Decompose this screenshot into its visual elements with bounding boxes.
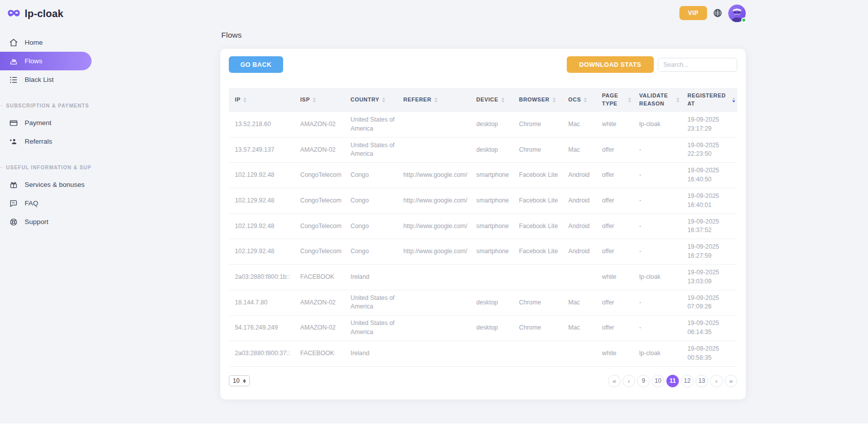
sidebar-item-services[interactable]: Services & bonuses xyxy=(0,175,92,194)
cell-country: United States of America xyxy=(344,138,397,163)
cell-referer: http://www.google.com/ xyxy=(397,167,470,183)
black-list-icon xyxy=(9,75,18,84)
cell-browser: Chrome xyxy=(513,295,562,311)
cell-ip: 2a03:2880:f800:1b:: xyxy=(229,269,294,285)
search-input[interactable] xyxy=(658,58,737,72)
cell-isp: CongoTelecom xyxy=(294,193,344,209)
next-page-button[interactable]: › xyxy=(710,375,723,387)
page-button-11[interactable]: 11 xyxy=(666,375,679,387)
download-stats-button[interactable]: DOWNLOAD STATS xyxy=(567,56,654,73)
cell-registered_at: 19-09-2025 16:37:52 xyxy=(681,214,737,239)
cell-referer: http://www.google.com/ xyxy=(397,244,470,260)
sort-icon xyxy=(313,97,316,102)
cell-ocs: Android xyxy=(562,244,596,260)
column-header-country[interactable]: COUNTRY xyxy=(344,93,397,107)
cell-isp: CongoTelecom xyxy=(294,219,344,235)
cell-registered_at: 19-09-2025 06:14:35 xyxy=(681,315,737,341)
table-row: 102.129.92.48CongoTelecomCongohttp://www… xyxy=(229,214,737,240)
cell-ocs: Android xyxy=(562,219,596,235)
sidebar-item-home[interactable]: Home xyxy=(0,33,92,52)
cell-validate_reason: lp-cloak xyxy=(633,346,681,362)
cell-ip: 102.129.92.48 xyxy=(229,244,294,260)
column-header-ocs[interactable]: OCS xyxy=(562,93,596,107)
home-icon xyxy=(9,38,18,47)
cell-isp: AMAZON-02 xyxy=(294,117,344,133)
column-label: PAGE TYPE xyxy=(602,92,625,108)
column-header-referer[interactable]: REFERER xyxy=(397,93,470,107)
column-header-browser[interactable]: BROWSER xyxy=(513,93,562,107)
page-button-13[interactable]: 13 xyxy=(696,375,708,387)
column-label: BROWSER xyxy=(519,96,550,104)
globe-language-icon[interactable] xyxy=(713,8,723,18)
referrals-person-icon xyxy=(9,137,18,146)
cell-browser: Facebook Lite xyxy=(513,244,562,260)
card-toolbar: GO BACK DOWNLOAD STATS xyxy=(220,49,746,73)
sidebar-item-label: Support xyxy=(25,218,48,226)
cell-isp: AMAZON-02 xyxy=(294,142,344,158)
cell-validate_reason: - xyxy=(633,244,681,260)
go-back-button[interactable]: GO BACK xyxy=(229,56,283,73)
cell-page_type: offer xyxy=(596,219,633,235)
sidebar-item-black-list[interactable]: Black List xyxy=(0,70,92,89)
sidebar-item-faq[interactable]: ?! FAQ xyxy=(0,194,92,212)
cell-country: United States of America xyxy=(344,315,397,341)
column-header-device[interactable]: DEVICE xyxy=(470,93,513,107)
cell-registered_at: 19-09-2025 07:09:26 xyxy=(681,290,737,315)
column-label: ISP xyxy=(300,96,310,104)
page-button-10[interactable]: 10 xyxy=(652,375,664,387)
sidebar-item-label: Services & bonuses xyxy=(25,181,84,188)
cell-country: Congo xyxy=(344,244,397,260)
sort-icon xyxy=(553,97,556,102)
cell-referer: http://www.google.com/ xyxy=(397,219,470,235)
page-button-12[interactable]: 12 xyxy=(681,375,693,387)
cell-ip: 13.57.249.137 xyxy=(229,142,294,158)
cell-page_type: offer xyxy=(596,167,633,183)
cell-device: desktop xyxy=(470,320,513,336)
table-header-row: IPISPCOUNTRYREFERERDEVICEBROWSEROCSPAGE … xyxy=(229,88,737,112)
user-avatar[interactable] xyxy=(728,5,746,22)
sort-icon xyxy=(628,97,631,102)
column-header-registered_at[interactable]: REGISTERED AT xyxy=(681,89,737,111)
online-status-dot xyxy=(741,18,746,23)
cell-validate_reason: - xyxy=(633,193,681,209)
prev-page-button[interactable]: ‹ xyxy=(623,375,635,387)
cell-registered_at: 19-09-2025 13:03:09 xyxy=(681,265,737,290)
column-header-validate_reason[interactable]: VALIDATE REASON xyxy=(633,89,681,111)
page-button-9[interactable]: 9 xyxy=(637,375,650,387)
table-row: 102.129.92.48CongoTelecomCongohttp://www… xyxy=(229,188,737,214)
last-page-button[interactable]: » xyxy=(725,375,737,387)
sidebar-section-title: SUBSCRIPTION & PAYMENTS xyxy=(0,103,92,109)
card-footer: 10 «‹910111213›» xyxy=(229,375,737,387)
vip-button[interactable]: VIP xyxy=(679,6,707,20)
column-header-page_type[interactable]: PAGE TYPE xyxy=(596,89,633,111)
cell-ocs xyxy=(562,350,596,357)
cell-registered_at: 19-09-2025 16:40:50 xyxy=(681,163,737,188)
per-page-select[interactable]: 10 xyxy=(229,375,250,386)
sidebar-item-support[interactable]: Support xyxy=(0,212,92,231)
table-row: 102.129.92.48CongoTelecomCongohttp://www… xyxy=(229,239,737,265)
first-page-button[interactable]: « xyxy=(608,375,621,387)
cell-page_type: white xyxy=(596,117,633,133)
sidebar-item-label: Flows xyxy=(25,57,42,65)
table-row: 2a03:2880:f800:37::FACEBOOKIrelandwhitel… xyxy=(229,341,737,367)
sidebar-item-referrals[interactable]: Referrals xyxy=(0,132,92,151)
cell-isp: AMAZON-02 xyxy=(294,320,344,336)
column-header-isp[interactable]: ISP xyxy=(294,93,344,107)
cell-ip: 2a03:2880:f800:37:: xyxy=(229,346,294,362)
sidebar-item-payment[interactable]: Payment xyxy=(0,114,92,132)
cell-browser: Facebook Lite xyxy=(513,167,562,183)
table-row: 18.144.7.80AMAZON-02United States of Ame… xyxy=(229,290,737,316)
sidebar-item-flows[interactable]: Flows xyxy=(0,52,92,70)
cell-page_type: white xyxy=(596,346,633,362)
app-root: lp-cloak Home Flows xyxy=(0,0,868,427)
cell-validate_reason: - xyxy=(633,219,681,235)
cell-referer: http://www.google.com/ xyxy=(397,193,470,209)
cell-browser xyxy=(513,274,562,281)
sidebar: lp-cloak Home Flows xyxy=(0,0,92,427)
cell-isp: FACEBOOK xyxy=(294,346,344,362)
brand-mask-icon xyxy=(7,8,21,19)
cell-page_type: offer xyxy=(596,142,633,158)
column-header-ip[interactable]: IP xyxy=(229,93,294,107)
sidebar-item-label: Referrals xyxy=(25,138,52,145)
cell-browser xyxy=(513,350,562,357)
